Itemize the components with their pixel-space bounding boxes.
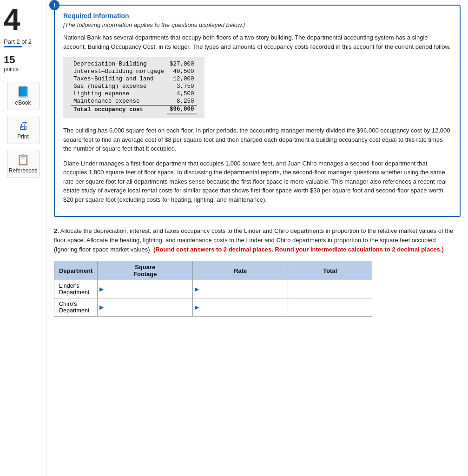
part-underline xyxy=(4,46,22,47)
linder-sq-footage-input[interactable] xyxy=(107,282,191,296)
linder-rate-cell[interactable]: ▶ xyxy=(193,280,288,298)
linder-rate-input[interactable] xyxy=(202,282,286,296)
info-box-subtitle: [The following information applies to th… xyxy=(63,21,451,28)
chiro-sq-arrow: ▶ xyxy=(99,304,104,311)
chiro-dept-name: Chiro'sDepartment xyxy=(54,298,98,317)
linder-dept-name: Linder'sDepartment xyxy=(54,280,98,298)
linder-rate-arrow: ▶ xyxy=(195,286,199,292)
linder-sq-footage-cell[interactable]: ▶ xyxy=(98,280,193,298)
chiro-total-cell[interactable] xyxy=(288,298,372,317)
part-label: Part 2 of 2 xyxy=(4,38,32,45)
col-square-footage: SquareFootage xyxy=(98,261,193,280)
print-icon: 🖨 xyxy=(18,120,28,132)
answer-table: Department SquareFootage Rate Total Lind… xyxy=(54,261,372,317)
info-box: ! Required information [The following in… xyxy=(54,5,461,217)
info-box-title: Required information xyxy=(63,12,451,20)
question2-number: 2. xyxy=(54,227,59,234)
chiro-rate-arrow: ▶ xyxy=(195,304,199,311)
references-label: References xyxy=(9,167,37,174)
chiro-sq-footage-cell[interactable]: ▶ xyxy=(98,298,193,317)
main-content: ! Required information [The following in… xyxy=(46,0,468,476)
chiro-rate-input[interactable] xyxy=(202,300,286,314)
col-rate: Rate xyxy=(193,261,288,280)
info-icon: ! xyxy=(49,0,59,10)
references-icon: 📋 xyxy=(17,154,29,166)
col-department: Department xyxy=(54,261,98,280)
table-row-chiro: Chiro'sDepartment ▶ ▶ xyxy=(54,298,372,317)
linder-total-cell[interactable] xyxy=(288,280,372,298)
chiro-rate-cell[interactable]: ▶ xyxy=(193,298,288,317)
info-box-body2: The building has 6,000 square feet on ea… xyxy=(63,126,451,153)
ebook-button[interactable]: 📘 eBook xyxy=(7,82,40,110)
col-total: Total xyxy=(288,261,372,280)
references-button[interactable]: 📋 References xyxy=(7,150,40,178)
table-row-linder: Linder'sDepartment ▶ ▶ xyxy=(54,280,372,298)
print-label: Print xyxy=(17,133,29,140)
ebook-icon: 📘 xyxy=(17,86,29,98)
chiro-total-input[interactable] xyxy=(288,298,372,316)
question-number: 4 xyxy=(4,5,20,34)
question2-red-text: (Round cost answers to 2 decimal places.… xyxy=(153,246,444,253)
question2-block: 2. Allocate the depreciation, interest, … xyxy=(54,226,461,254)
points-label: points xyxy=(4,66,19,73)
info-box-body3: Diane Linder manages a first-floor depar… xyxy=(63,159,451,205)
chiro-sq-footage-input[interactable] xyxy=(107,300,191,314)
ebook-label: eBook xyxy=(15,99,31,106)
linder-total-input[interactable] xyxy=(288,280,372,298)
info-box-body1: National Bank has several departments th… xyxy=(63,33,451,51)
cost-table: Depreciation—Building$27,000Interest—Bui… xyxy=(71,60,197,114)
print-button[interactable]: 🖨 Print xyxy=(7,116,40,144)
cost-table-wrap: Depreciation—Building$27,000Interest—Bui… xyxy=(63,57,204,118)
sidebar: 4 Part 2 of 2 15 points 📘 eBook 🖨 Print … xyxy=(0,0,46,476)
answer-table-header-row: Department SquareFootage Rate Total xyxy=(54,261,372,280)
linder-sq-arrow: ▶ xyxy=(99,286,104,292)
points-number: 15 xyxy=(4,54,15,66)
